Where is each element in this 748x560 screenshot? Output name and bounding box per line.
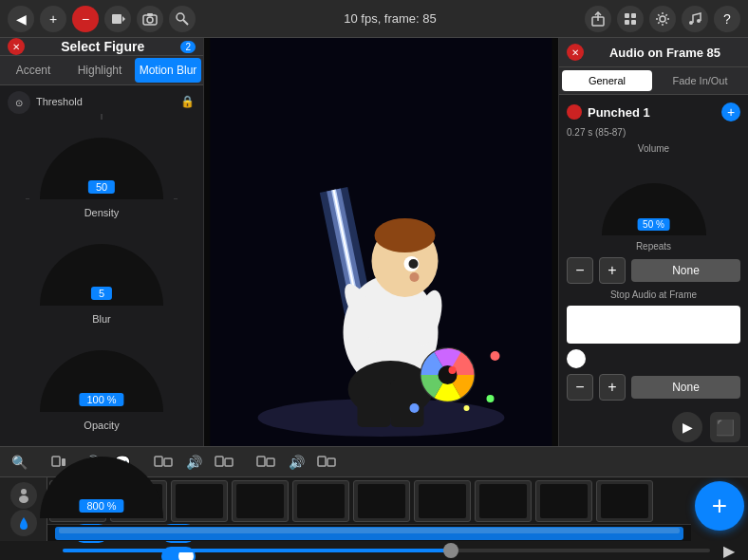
left-panel: ✕ Select Figure 2 Accent Highlight Motio…: [0, 38, 204, 446]
timeline-play-button[interactable]: ▶: [718, 539, 740, 560]
share-button[interactable]: [585, 6, 611, 32]
opacity-value: 800 %: [79, 499, 123, 513]
stop-minus-button[interactable]: −: [567, 374, 593, 401]
playback-row: ▶ ⬛: [559, 408, 748, 446]
blur-gauge[interactable]: 100 %: [16, 327, 187, 412]
audio-waveform-row: [47, 525, 691, 541]
svg-point-40: [487, 395, 495, 402]
white-dot-indicator: [567, 349, 586, 368]
repeats-none-button[interactable]: None: [631, 259, 740, 282]
canvas-area: [204, 38, 558, 446]
timeline-bottom-bar: ▶: [0, 541, 748, 560]
timeline-icon-4[interactable]: [254, 451, 277, 474]
music-button[interactable]: [682, 6, 708, 32]
panel-badge: 2: [180, 41, 196, 53]
audio-item-row: Punched 1 +: [567, 103, 740, 121]
repeats-label: Repeats: [567, 241, 740, 252]
frame-thumb[interactable]: [535, 480, 592, 522]
add-audio-button[interactable]: +: [721, 103, 740, 121]
help-button[interactable]: ?: [714, 6, 740, 32]
add-button[interactable]: +: [40, 6, 66, 32]
right-panel-close-button[interactable]: ✕: [567, 44, 584, 61]
svg-rect-47: [215, 457, 223, 466]
gear-button[interactable]: [649, 6, 676, 32]
top-toolbar: ◀ + − 10 fps, frame: 85 ?: [0, 0, 748, 38]
stop-none-button[interactable]: None: [631, 376, 740, 399]
frame-thumb[interactable]: [414, 480, 471, 522]
volume-value: 50 %: [637, 218, 670, 231]
camera-button[interactable]: [137, 6, 163, 32]
stop-row: [567, 349, 740, 368]
svg-point-12: [660, 16, 665, 22]
audio-waveform: [55, 527, 683, 540]
grid-button[interactable]: [617, 6, 644, 32]
volume-gauge[interactable]: 50 %: [578, 159, 730, 235]
svg-rect-28: [391, 380, 424, 427]
audio-item-name: Punched 1: [588, 105, 650, 120]
timeline-scrubber[interactable]: [63, 549, 710, 552]
repeats-row: − + None: [567, 257, 740, 284]
stop-audio-label: Stop Audio at Frame: [567, 289, 740, 300]
panel-header: ✕ Select Figure 2: [0, 38, 203, 56]
audio-red-indicator: [567, 104, 582, 120]
frame-thumb[interactable]: [232, 480, 289, 522]
lock-icon: 🔒: [180, 95, 196, 110]
frame-thumb[interactable]: [596, 480, 653, 522]
density-gauge[interactable]: 5: [16, 220, 187, 306]
blur-value: 100 %: [79, 393, 123, 406]
svg-rect-0: [112, 14, 122, 24]
tab-motion-blur[interactable]: Motion Blur: [135, 58, 201, 83]
record-button[interactable]: [104, 6, 131, 32]
tab-accent[interactable]: Accent: [0, 56, 66, 84]
svg-point-32: [409, 259, 419, 269]
timeline-icon-3[interactable]: [213, 451, 235, 474]
tab-highlight[interactable]: Highlight: [66, 56, 133, 84]
blur-label: Blur: [92, 313, 111, 325]
svg-point-3: [147, 17, 153, 23]
play-button[interactable]: ▶: [672, 412, 702, 442]
tab-fade-in-out[interactable]: Fade In/Out: [655, 70, 745, 91]
threshold-label: Threshold: [36, 96, 83, 107]
panel-close-button[interactable]: ✕: [8, 38, 25, 55]
timeline-icon-5[interactable]: [315, 451, 338, 474]
svg-rect-11: [631, 20, 636, 25]
svg-point-38: [449, 366, 457, 374]
audio-subtitle: 0.27 s (85-87): [567, 127, 740, 138]
stop-plus-button[interactable]: +: [599, 374, 626, 401]
left-tab-bar: Accent Highlight Motion Blur: [0, 56, 203, 85]
threshold-value: 50: [88, 180, 115, 194]
right-tab-bar: General Fade In/Out: [559, 67, 748, 95]
minus-button[interactable]: −: [72, 6, 99, 32]
back-button[interactable]: ◀: [8, 6, 34, 32]
threshold-icon: ⊙: [8, 91, 30, 114]
opacity-section: Opacity 800 %: [0, 414, 203, 520]
svg-rect-49: [257, 457, 265, 466]
toolbar-left: ◀ + −: [8, 6, 196, 32]
svg-line-6: [183, 20, 188, 25]
svg-point-39: [491, 351, 500, 361]
frame-thumb[interactable]: [475, 480, 532, 522]
add-frame-button[interactable]: +: [695, 481, 744, 531]
repeats-minus-button[interactable]: −: [567, 257, 593, 284]
svg-rect-8: [625, 13, 629, 18]
timeline-group-4: 🔊: [254, 451, 338, 474]
frame-thumb[interactable]: [353, 480, 410, 522]
frame-thumb[interactable]: [292, 480, 349, 522]
right-panel-title: Audio on Frame 85: [589, 46, 740, 60]
timeline-volume-icon-3[interactable]: 🔊: [285, 451, 308, 474]
tab-general[interactable]: General: [562, 70, 652, 91]
threshold-gauge[interactable]: 50: [16, 114, 187, 199]
key-button[interactable]: [169, 6, 196, 32]
stop-button[interactable]: ⬛: [710, 412, 740, 442]
svg-rect-9: [631, 13, 636, 18]
density-label: Density: [84, 207, 120, 218]
svg-point-14: [697, 19, 701, 23]
right-panel: ✕ Audio on Frame 85 General Fade In/Out …: [558, 38, 748, 446]
svg-point-33: [410, 272, 420, 282]
stop-frame-input[interactable]: [567, 306, 740, 344]
threshold-section: ⊙ Threshold 🔒 50: [0, 85, 203, 201]
repeats-plus-button[interactable]: +: [599, 257, 626, 284]
svg-rect-48: [225, 458, 233, 466]
opacity-gauge[interactable]: 800 %: [16, 433, 187, 518]
scrubber-handle[interactable]: [443, 543, 458, 558]
